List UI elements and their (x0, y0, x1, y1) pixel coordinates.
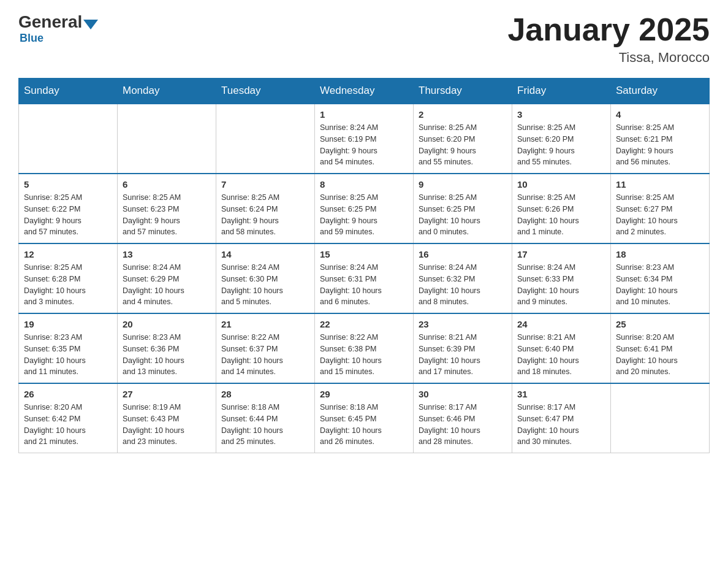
day-number: 26 (24, 389, 112, 399)
calendar-cell: 1Sunrise: 8:24 AM Sunset: 6:19 PM Daylig… (315, 104, 414, 174)
day-info: Sunrise: 8:20 AM Sunset: 6:42 PM Dayligh… (24, 402, 112, 448)
calendar-header-row: SundayMondayTuesdayWednesdayThursdayFrid… (19, 79, 710, 104)
day-info: Sunrise: 8:25 AM Sunset: 6:22 PM Dayligh… (24, 192, 112, 238)
calendar-cell: 17Sunrise: 8:24 AM Sunset: 6:33 PM Dayli… (512, 243, 611, 313)
calendar-cell: 28Sunrise: 8:18 AM Sunset: 6:44 PM Dayli… (216, 383, 315, 453)
calendar-cell: 24Sunrise: 8:21 AM Sunset: 6:40 PM Dayli… (512, 313, 611, 383)
calendar-cell: 19Sunrise: 8:23 AM Sunset: 6:35 PM Dayli… (19, 313, 118, 383)
calendar-cell: 3Sunrise: 8:25 AM Sunset: 6:20 PM Daylig… (512, 104, 611, 174)
calendar-cell: 29Sunrise: 8:18 AM Sunset: 6:45 PM Dayli… (315, 383, 414, 453)
calendar-cell (216, 104, 315, 174)
day-number: 17 (517, 249, 605, 259)
day-number: 24 (517, 319, 605, 329)
logo: General Blue (18, 12, 99, 45)
day-info: Sunrise: 8:25 AM Sunset: 6:27 PM Dayligh… (616, 192, 704, 238)
day-number: 25 (616, 319, 704, 329)
day-number: 27 (123, 389, 211, 399)
calendar-cell: 20Sunrise: 8:23 AM Sunset: 6:36 PM Dayli… (118, 313, 216, 383)
calendar-cell (611, 383, 710, 453)
calendar-cell: 31Sunrise: 8:17 AM Sunset: 6:47 PM Dayli… (512, 383, 611, 453)
calendar-cell: 18Sunrise: 8:23 AM Sunset: 6:34 PM Dayli… (611, 243, 710, 313)
day-info: Sunrise: 8:18 AM Sunset: 6:44 PM Dayligh… (221, 402, 309, 448)
day-number: 30 (419, 389, 507, 399)
day-number: 1 (320, 109, 408, 120)
calendar-cell (118, 104, 216, 174)
calendar-cell: 6Sunrise: 8:25 AM Sunset: 6:23 PM Daylig… (118, 174, 216, 243)
day-info: Sunrise: 8:23 AM Sunset: 6:34 PM Dayligh… (616, 262, 704, 308)
day-number: 20 (123, 319, 211, 329)
calendar-week-4: 19Sunrise: 8:23 AM Sunset: 6:35 PM Dayli… (19, 313, 710, 383)
day-info: Sunrise: 8:18 AM Sunset: 6:45 PM Dayligh… (320, 402, 408, 448)
calendar-cell: 11Sunrise: 8:25 AM Sunset: 6:27 PM Dayli… (611, 174, 710, 243)
calendar-cell: 12Sunrise: 8:25 AM Sunset: 6:28 PM Dayli… (19, 243, 118, 313)
day-info: Sunrise: 8:20 AM Sunset: 6:41 PM Dayligh… (616, 332, 704, 378)
weekday-header-saturday: Saturday (611, 79, 710, 104)
calendar-cell: 7Sunrise: 8:25 AM Sunset: 6:24 PM Daylig… (216, 174, 315, 243)
day-info: Sunrise: 8:25 AM Sunset: 6:26 PM Dayligh… (517, 192, 605, 238)
calendar-week-2: 5Sunrise: 8:25 AM Sunset: 6:22 PM Daylig… (19, 174, 710, 243)
calendar-cell: 9Sunrise: 8:25 AM Sunset: 6:25 PM Daylig… (414, 174, 512, 243)
day-number: 31 (517, 389, 605, 399)
day-info: Sunrise: 8:17 AM Sunset: 6:46 PM Dayligh… (419, 402, 507, 448)
day-info: Sunrise: 8:24 AM Sunset: 6:32 PM Dayligh… (419, 262, 507, 308)
logo-blue: Blue (20, 32, 44, 45)
day-info: Sunrise: 8:21 AM Sunset: 6:40 PM Dayligh… (517, 332, 605, 378)
day-number: 12 (24, 249, 112, 259)
logo-general: General (18, 12, 82, 32)
day-info: Sunrise: 8:25 AM Sunset: 6:25 PM Dayligh… (419, 192, 507, 238)
logo-arrow-icon (83, 20, 98, 29)
weekday-header-thursday: Thursday (414, 79, 512, 104)
weekday-header-friday: Friday (512, 79, 611, 104)
day-number: 15 (320, 249, 408, 259)
calendar-week-1: 1Sunrise: 8:24 AM Sunset: 6:19 PM Daylig… (19, 104, 710, 174)
day-info: Sunrise: 8:23 AM Sunset: 6:35 PM Dayligh… (24, 332, 112, 378)
day-number: 22 (320, 319, 408, 329)
day-info: Sunrise: 8:22 AM Sunset: 6:38 PM Dayligh… (320, 332, 408, 378)
weekday-header-sunday: Sunday (19, 79, 118, 104)
calendar-cell: 4Sunrise: 8:25 AM Sunset: 6:21 PM Daylig… (611, 104, 710, 174)
calendar-cell: 15Sunrise: 8:24 AM Sunset: 6:31 PM Dayli… (315, 243, 414, 313)
day-info: Sunrise: 8:25 AM Sunset: 6:24 PM Dayligh… (221, 192, 309, 238)
day-number: 21 (221, 319, 309, 329)
day-info: Sunrise: 8:19 AM Sunset: 6:43 PM Dayligh… (123, 402, 211, 448)
calendar-cell: 5Sunrise: 8:25 AM Sunset: 6:22 PM Daylig… (19, 174, 118, 243)
page-header: General Blue January 2025 Tissa, Morocco (18, 12, 710, 66)
day-info: Sunrise: 8:25 AM Sunset: 6:20 PM Dayligh… (517, 122, 605, 168)
calendar-table: SundayMondayTuesdayWednesdayThursdayFrid… (18, 78, 710, 453)
day-number: 5 (24, 179, 112, 190)
calendar-week-3: 12Sunrise: 8:25 AM Sunset: 6:28 PM Dayli… (19, 243, 710, 313)
calendar-cell: 2Sunrise: 8:25 AM Sunset: 6:20 PM Daylig… (414, 104, 512, 174)
day-number: 6 (123, 179, 211, 190)
day-info: Sunrise: 8:24 AM Sunset: 6:19 PM Dayligh… (320, 122, 408, 168)
calendar-cell: 16Sunrise: 8:24 AM Sunset: 6:32 PM Dayli… (414, 243, 512, 313)
day-info: Sunrise: 8:22 AM Sunset: 6:37 PM Dayligh… (221, 332, 309, 378)
calendar-cell (19, 104, 118, 174)
day-number: 13 (123, 249, 211, 259)
weekday-header-tuesday: Tuesday (216, 79, 315, 104)
calendar-cell: 25Sunrise: 8:20 AM Sunset: 6:41 PM Dayli… (611, 313, 710, 383)
day-number: 11 (616, 179, 704, 190)
title-section: January 2025 Tissa, Morocco (507, 12, 710, 66)
weekday-header-wednesday: Wednesday (315, 79, 414, 104)
day-number: 14 (221, 249, 309, 259)
calendar-cell: 22Sunrise: 8:22 AM Sunset: 6:38 PM Dayli… (315, 313, 414, 383)
day-number: 23 (419, 319, 507, 329)
day-info: Sunrise: 8:24 AM Sunset: 6:31 PM Dayligh… (320, 262, 408, 308)
day-number: 2 (419, 109, 507, 120)
day-number: 19 (24, 319, 112, 329)
calendar-week-5: 26Sunrise: 8:20 AM Sunset: 6:42 PM Dayli… (19, 383, 710, 453)
day-number: 3 (517, 109, 605, 120)
calendar-title: January 2025 (507, 12, 710, 47)
day-info: Sunrise: 8:24 AM Sunset: 6:29 PM Dayligh… (123, 262, 211, 308)
day-info: Sunrise: 8:25 AM Sunset: 6:25 PM Dayligh… (320, 192, 408, 238)
day-number: 16 (419, 249, 507, 259)
day-number: 18 (616, 249, 704, 259)
day-info: Sunrise: 8:25 AM Sunset: 6:20 PM Dayligh… (419, 122, 507, 168)
day-info: Sunrise: 8:25 AM Sunset: 6:28 PM Dayligh… (24, 262, 112, 308)
day-info: Sunrise: 8:21 AM Sunset: 6:39 PM Dayligh… (419, 332, 507, 378)
calendar-cell: 27Sunrise: 8:19 AM Sunset: 6:43 PM Dayli… (118, 383, 216, 453)
calendar-cell: 14Sunrise: 8:24 AM Sunset: 6:30 PM Dayli… (216, 243, 315, 313)
calendar-cell: 21Sunrise: 8:22 AM Sunset: 6:37 PM Dayli… (216, 313, 315, 383)
calendar-cell: 23Sunrise: 8:21 AM Sunset: 6:39 PM Dayli… (414, 313, 512, 383)
calendar-cell: 30Sunrise: 8:17 AM Sunset: 6:46 PM Dayli… (414, 383, 512, 453)
